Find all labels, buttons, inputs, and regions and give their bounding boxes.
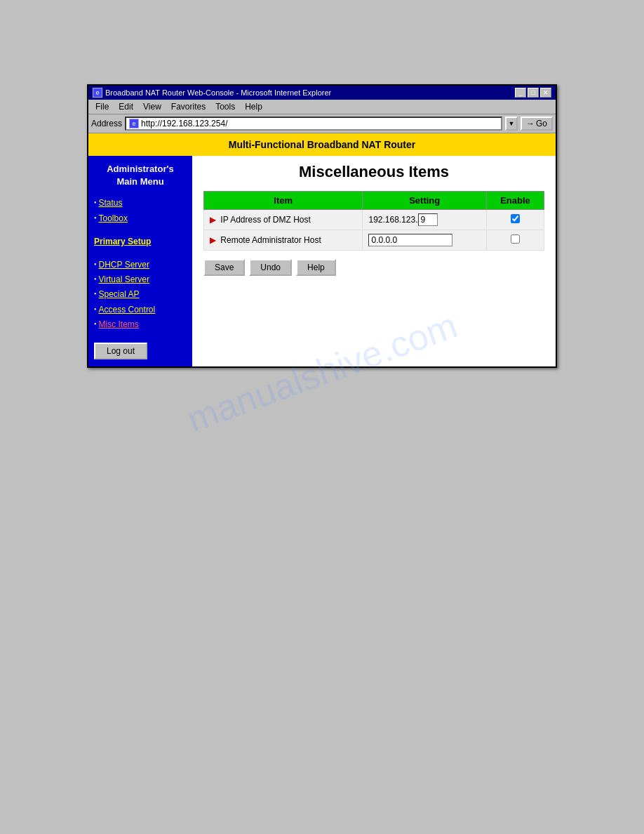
col-item: Item [204, 192, 363, 210]
page-content: Multi-Functional Broadband NAT Router Ad… [88, 133, 556, 366]
row-arrow-icon: ▶ [210, 235, 216, 245]
browser-window: e Broadband NAT Router Web-Console - Mic… [87, 84, 557, 368]
col-enable: Enable [486, 192, 544, 210]
undo-button[interactable]: Undo [249, 259, 292, 276]
primary-setup-link[interactable]: Primary Setup [94, 235, 187, 249]
table-row: ▶ Remote Administrator Host [204, 230, 544, 251]
menu-file[interactable]: File [91, 101, 113, 112]
dmz-enable-checkbox[interactable] [511, 214, 520, 223]
setting-cell-1: 192.168.123. [363, 210, 487, 230]
title-bar: e Broadband NAT Router Web-Console - Mic… [88, 86, 556, 100]
page-title: Miscellaneous Items [203, 163, 544, 181]
save-button[interactable]: Save [203, 259, 245, 276]
dhcp-server-link[interactable]: DHCP Server [99, 258, 149, 272]
menu-bar: File Edit View Favorites Tools Help [88, 100, 556, 114]
go-arrow-icon: → [526, 119, 535, 128]
maximize-button[interactable]: □ [528, 88, 539, 98]
sidebar-item-special-ap[interactable]: • Special AP [94, 288, 187, 301]
address-page-icon: e [129, 119, 139, 128]
item-cell-2: ▶ Remote Administrator Host [204, 230, 363, 251]
banner: Multi-Functional Broadband NAT Router [88, 133, 556, 156]
menu-edit[interactable]: Edit [114, 101, 137, 112]
sidebar-item-status[interactable]: • Status [94, 197, 187, 210]
toolbox-link[interactable]: Toolbox [99, 212, 128, 225]
col-setting: Setting [363, 192, 487, 210]
sidebar-section-secondary: • DHCP Server • Virtual Server • Special… [94, 258, 187, 331]
menu-help[interactable]: Help [241, 101, 267, 112]
bullet-icon: • [94, 275, 97, 283]
setting-cell-2 [363, 230, 487, 251]
item-label-2: Remote Administrator Host [220, 235, 321, 245]
banner-text: Multi-Functional Broadband NAT Router [229, 139, 416, 150]
sidebar-item-misc[interactable]: • Misc Items [94, 318, 187, 331]
sidebar-section-top: • Status • Toolbox [94, 197, 187, 225]
misc-items-link[interactable]: Misc Items [99, 318, 139, 331]
minimize-button[interactable]: _ [515, 88, 526, 98]
sidebar-item-virtual[interactable]: • Virtual Server [94, 273, 187, 286]
sidebar-item-dhcp[interactable]: • DHCP Server [94, 258, 187, 272]
bullet-icon: • [94, 214, 97, 222]
sidebar-item-access-control[interactable]: • Access Control [94, 303, 187, 317]
browser-icon: e [93, 88, 102, 98]
sidebar-item-toolbox[interactable]: • Toolbox [94, 212, 187, 225]
help-button[interactable]: Help [296, 259, 336, 276]
go-button[interactable]: → Go [521, 117, 553, 131]
close-button[interactable]: ✕ [540, 88, 551, 98]
sidebar-title: Administrator's Main Menu [94, 163, 187, 188]
bullet-icon: • [94, 199, 97, 206]
status-link[interactable]: Status [99, 197, 123, 210]
item-cell-1: ▶ IP Address of DMZ Host [204, 210, 363, 230]
sidebar: Administrator's Main Menu • Status • Too… [88, 156, 192, 366]
row-arrow-icon: ▶ [210, 215, 216, 225]
main-layout: Administrator's Main Menu • Status • Too… [88, 156, 556, 366]
virtual-server-link[interactable]: Virtual Server [99, 273, 149, 286]
enable-cell-2 [486, 230, 544, 251]
address-label: Address [91, 119, 122, 128]
menu-view[interactable]: View [139, 101, 166, 112]
menu-favorites[interactable]: Favorites [167, 101, 210, 112]
access-control-link[interactable]: Access Control [99, 303, 156, 317]
address-dropdown[interactable]: ▼ [505, 117, 518, 131]
dmz-host-input[interactable] [418, 213, 438, 226]
bullet-icon: • [94, 290, 97, 298]
enable-cell-1 [486, 210, 544, 230]
sidebar-section-primary: Primary Setup [94, 235, 187, 249]
address-bar: Address e http://192.168.123.254/ ▼ → Go [88, 114, 556, 133]
title-bar-buttons[interactable]: _ □ ✕ [515, 88, 551, 98]
menu-tools[interactable]: Tools [211, 101, 239, 112]
address-input-wrap: e http://192.168.123.254/ [125, 117, 502, 131]
address-url[interactable]: http://192.168.123.254/ [141, 119, 498, 128]
bullet-icon: • [94, 305, 97, 313]
go-label: Go [536, 119, 547, 128]
misc-table: Item Setting Enable ▶ IP Address of DMZ … [203, 191, 544, 251]
title-bar-left: e Broadband NAT Router Web-Console - Mic… [93, 88, 331, 98]
bullet-icon: • [94, 260, 97, 268]
window-title: Broadband NAT Router Web-Console - Micro… [105, 88, 331, 97]
item-label-1: IP Address of DMZ Host [220, 215, 311, 225]
logout-button[interactable]: Log out [94, 343, 147, 359]
remote-admin-input[interactable] [368, 234, 452, 246]
ip-prefix: 192.168.123. [368, 215, 417, 225]
button-row: Save Undo Help [203, 259, 544, 276]
bullet-icon: • [94, 320, 97, 328]
content-area: Miscellaneous Items Item Setting Enable [192, 156, 556, 366]
logout-section: Log out [94, 343, 187, 359]
remote-admin-enable-checkbox[interactable] [511, 234, 520, 244]
table-row: ▶ IP Address of DMZ Host 192.168.123. [204, 210, 544, 230]
special-ap-link[interactable]: Special AP [99, 288, 140, 301]
